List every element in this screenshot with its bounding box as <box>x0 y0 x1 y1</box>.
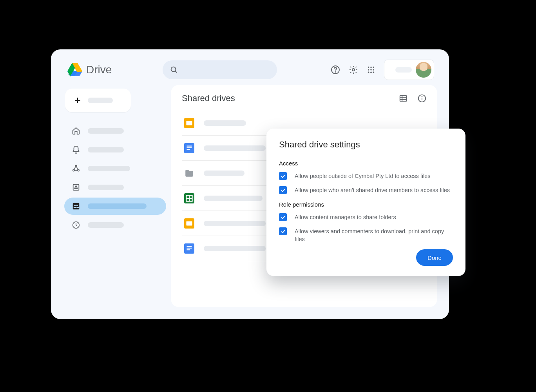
header-icons <box>331 60 434 80</box>
sheets-file-icon <box>184 193 194 203</box>
svg-point-39 <box>370 69 372 71</box>
sidebar-item-shared[interactable] <box>64 198 166 215</box>
sidebar-item-bell[interactable] <box>64 141 166 158</box>
dialog-title: Shared drive settings <box>279 140 453 150</box>
svg-rect-75 <box>187 246 192 247</box>
svg-point-52 <box>74 205 76 206</box>
placeholder <box>204 246 266 251</box>
svg-point-36 <box>370 67 372 68</box>
share-icon <box>71 164 81 173</box>
placeholder <box>88 222 124 228</box>
svg-line-31 <box>175 71 177 73</box>
option-label: Allow people outside of Cymbal Pty Ltd t… <box>295 172 431 180</box>
option-label: Allow people who aren't shared drive mem… <box>295 186 450 194</box>
settings-option: Allow people who aren't shared drive mem… <box>279 186 453 194</box>
avatar[interactable] <box>416 62 431 78</box>
sidebar-item-drive[interactable] <box>64 179 166 196</box>
placeholder <box>88 185 124 190</box>
search-icon <box>170 65 178 74</box>
drive-logo-icon <box>67 63 82 76</box>
account-switcher[interactable] <box>384 60 434 80</box>
page-title: Shared drives <box>182 93 235 103</box>
svg-rect-55 <box>400 96 407 102</box>
sidebar-item-clock[interactable] <box>64 216 166 234</box>
header: Drive <box>51 49 449 85</box>
sidebar-item-home[interactable] <box>64 122 166 140</box>
svg-rect-73 <box>186 221 192 225</box>
svg-point-40 <box>373 69 375 71</box>
placeholder <box>88 98 113 103</box>
bell-icon <box>71 145 81 154</box>
svg-point-34 <box>352 69 355 71</box>
docs-file-icon <box>184 243 194 254</box>
svg-marker-50 <box>74 185 77 188</box>
svg-point-47 <box>73 169 74 171</box>
svg-rect-76 <box>187 247 192 248</box>
svg-point-30 <box>171 67 176 72</box>
placeholder <box>204 171 244 176</box>
svg-point-33 <box>335 72 335 72</box>
option-label: Allow content managers to share folders <box>295 213 396 221</box>
svg-point-41 <box>368 72 369 73</box>
settings-option: Allow people outside of Cymbal Pty Ltd t… <box>279 172 453 180</box>
svg-point-38 <box>368 69 369 71</box>
placeholder <box>204 196 263 201</box>
placeholder <box>88 166 130 171</box>
shared-drive-settings-dialog: Shared drive settings AccessAllow people… <box>266 129 465 276</box>
placeholder <box>204 120 246 126</box>
svg-point-48 <box>78 169 79 171</box>
list-view-icon[interactable] <box>399 94 407 103</box>
svg-point-43 <box>373 72 375 73</box>
info-icon[interactable] <box>418 94 426 103</box>
slides-file-icon <box>184 218 194 229</box>
shared-icon <box>71 201 81 211</box>
plus-icon <box>73 96 82 105</box>
settings-option: Allow content managers to share folders <box>279 213 453 221</box>
placeholder <box>204 145 266 151</box>
placeholder <box>395 67 412 73</box>
folder-file-icon <box>184 168 194 178</box>
slides-file-icon <box>184 118 194 128</box>
home-icon <box>71 126 81 136</box>
checkbox[interactable] <box>279 186 287 194</box>
placeholder <box>88 147 124 152</box>
svg-point-37 <box>373 67 375 68</box>
settings-option: Allow viewers and commenters to download… <box>279 227 453 243</box>
help-icon[interactable] <box>331 65 340 74</box>
svg-point-35 <box>368 67 369 68</box>
svg-point-61 <box>422 96 422 97</box>
svg-point-53 <box>76 205 78 206</box>
svg-rect-63 <box>186 121 192 125</box>
sidebar-item-share[interactable] <box>64 160 166 177</box>
option-label: Allow viewers and commenters to download… <box>295 227 453 243</box>
svg-rect-77 <box>187 249 190 250</box>
checkbox[interactable] <box>279 172 287 180</box>
clock-icon <box>71 220 81 230</box>
checkbox[interactable] <box>279 213 287 221</box>
new-button[interactable] <box>65 89 131 112</box>
svg-rect-65 <box>187 145 192 146</box>
done-button[interactable]: Done <box>416 249 453 266</box>
svg-rect-66 <box>187 147 192 148</box>
svg-point-42 <box>370 72 372 73</box>
placeholder <box>88 203 147 209</box>
sidebar <box>63 85 168 307</box>
svg-rect-67 <box>187 149 190 150</box>
search-input[interactable] <box>163 60 277 79</box>
placeholder <box>88 128 124 134</box>
dialog-section-title: Role permissions <box>279 201 453 208</box>
docs-file-icon <box>184 143 194 153</box>
dialog-section-title: Access <box>279 160 453 167</box>
checkbox[interactable] <box>279 227 287 235</box>
app-title: Drive <box>86 64 112 76</box>
app-logo[interactable]: Drive <box>67 63 112 76</box>
placeholder <box>204 221 266 226</box>
apps-icon[interactable] <box>367 65 375 74</box>
drive-icon <box>71 183 81 192</box>
svg-rect-51 <box>73 203 80 210</box>
settings-icon[interactable] <box>349 65 358 74</box>
svg-point-46 <box>75 165 77 167</box>
